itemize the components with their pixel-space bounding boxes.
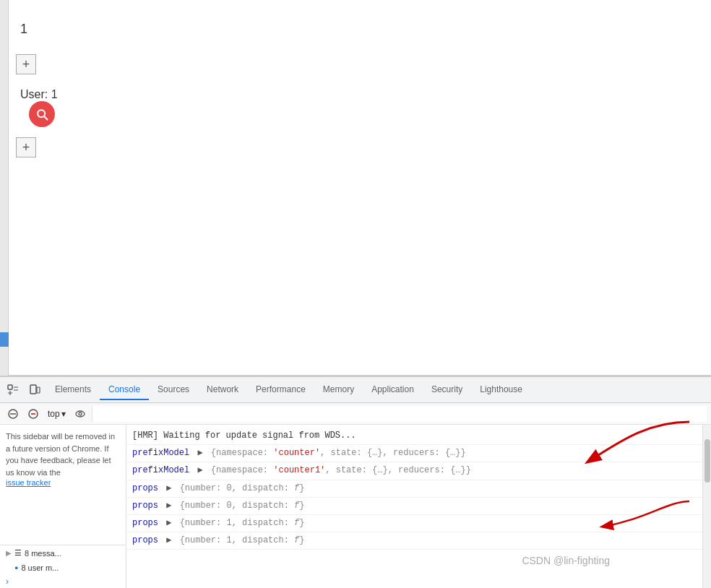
svg-rect-4 <box>37 387 40 393</box>
namespace-value-1: 'counter' <box>273 446 320 460</box>
svg-point-10 <box>79 412 82 415</box>
plus-button-1[interactable]: + <box>16 54 36 74</box>
expand-arrow-1: ▶ <box>192 446 208 460</box>
expand-arrow-props-3: ▶ <box>161 516 177 530</box>
devtools-device-icon[interactable] <box>25 380 45 400</box>
prefix-content-start-2: {namespace: <box>211 464 273 477</box>
page-number: 1 <box>20 22 27 37</box>
devtools-inspect-icon[interactable] <box>3 380 23 400</box>
more-button[interactable]: › <box>0 575 126 588</box>
console-input[interactable] <box>92 406 707 422</box>
console-sidebar: This sidebar will be removed in a future… <box>0 425 126 588</box>
search-icon-button[interactable] <box>29 101 55 127</box>
sidebar-message: This sidebar will be removed in a future… <box>6 431 120 478</box>
tab-memory[interactable]: Memory <box>314 380 363 400</box>
namespace-value-2: 'counter1' <box>273 464 325 477</box>
svg-line-1 <box>45 117 48 120</box>
devtools-panel: Elements Console Sources Network Perform… <box>0 376 711 588</box>
console-log[interactable]: [HMR] Waiting for update signal from WDS… <box>126 425 702 588</box>
expand-icon-1: ▶ <box>6 549 12 557</box>
csdn-watermark: CSDN @lin-fighting <box>522 555 610 566</box>
messages-filter-item-2[interactable]: ▶ ● 8 user m... <box>0 561 126 575</box>
svg-point-0 <box>38 110 45 117</box>
devtools-tab-bar: Elements Console Sources Network Perform… <box>0 377 711 403</box>
dropdown-arrow-icon: ▾ <box>61 409 66 419</box>
sidebar-marker <box>0 332 9 347</box>
prefix-label-1: prefixModel <box>132 446 189 460</box>
log-line-props3[interactable]: props ▶ {number: 1, dispatch: f} <box>126 515 702 532</box>
tab-network[interactable]: Network <box>198 380 247 400</box>
tab-performance[interactable]: Performance <box>247 380 314 400</box>
tab-sources[interactable]: Sources <box>149 380 198 400</box>
filter-button[interactable] <box>25 405 42 423</box>
prefix-content-start-1: {namespace: <box>211 446 273 460</box>
messages-label-1: 8 messa... <box>25 549 61 558</box>
log-line-prefix1[interactable]: prefixModel ▶ {namespace: 'counter', sta… <box>126 445 702 462</box>
tab-elements[interactable]: Elements <box>46 380 100 400</box>
prefix-content-end-2: , state: {…}, reducers: {…}} <box>325 464 471 477</box>
user-label: User: 1 <box>20 88 58 101</box>
messages-filter-item-1[interactable]: ▶ ☰ 8 messa... <box>0 545 126 561</box>
expand-arrow-props-1: ▶ <box>161 482 177 496</box>
clear-console-button[interactable] <box>4 405 22 423</box>
props-label-1: props <box>132 482 158 496</box>
console-content: This sidebar will be removed in a future… <box>0 425 711 588</box>
circle-icon: ● <box>14 564 18 571</box>
props-content-2: {number: 0, dispatch: f} <box>180 499 305 513</box>
prefix-label-2: prefixModel <box>132 464 189 477</box>
props-label-3: props <box>132 516 158 530</box>
svg-point-9 <box>76 411 85 417</box>
log-line-hmr: [HMR] Waiting for update signal from WDS… <box>126 428 702 445</box>
props-content-3: {number: 1, dispatch: f} <box>180 516 305 530</box>
log-line-props1[interactable]: props ▶ {number: 0, dispatch: f} <box>126 480 702 498</box>
props-content-4: {number: 1, dispatch: f} <box>180 534 305 548</box>
messages-label-2: 8 user m... <box>21 563 59 572</box>
expand-arrow-2: ▶ <box>192 464 208 477</box>
log-line-props4[interactable]: props ▶ {number: 1, dispatch: f} <box>126 532 702 550</box>
console-toolbar: top ▾ <box>0 403 711 425</box>
log-line-props2[interactable]: props ▶ {number: 0, dispatch: f} <box>126 498 702 515</box>
log-line-prefix2[interactable]: prefixModel ▶ {namespace: 'counter1', st… <box>126 462 702 480</box>
tab-lighthouse[interactable]: Lighthouse <box>471 380 531 400</box>
expand-arrow-props-4: ▶ <box>161 534 177 548</box>
plus-button-2[interactable]: + <box>16 137 36 157</box>
left-sidebar-strip <box>0 0 9 376</box>
sidebar-link[interactable]: issue tracker <box>6 478 51 487</box>
expand-arrow-props-2: ▶ <box>161 499 177 513</box>
scrollbar-thumb[interactable] <box>704 439 710 483</box>
svg-rect-2 <box>8 385 12 389</box>
prefix-content-end-1: , state: {…}, reducers: {…}} <box>320 446 466 460</box>
console-scrollbar[interactable] <box>702 425 711 588</box>
props-label-2: props <box>132 499 158 513</box>
main-page: 1 + User: 1 + <box>0 0 711 376</box>
show-live-expressions-button[interactable] <box>72 405 89 423</box>
tab-application[interactable]: Application <box>363 380 423 400</box>
props-label-4: props <box>132 534 158 548</box>
tab-security[interactable]: Security <box>423 380 471 400</box>
context-value: top <box>48 409 60 419</box>
context-selector[interactable]: top ▾ <box>45 407 69 420</box>
list-icon: ☰ <box>14 548 22 558</box>
tab-console[interactable]: Console <box>100 380 149 400</box>
props-content-1: {number: 0, dispatch: f} <box>180 482 305 496</box>
svg-rect-3 <box>30 385 36 394</box>
hmr-text: [HMR] Waiting for update signal from WDS… <box>132 429 356 443</box>
